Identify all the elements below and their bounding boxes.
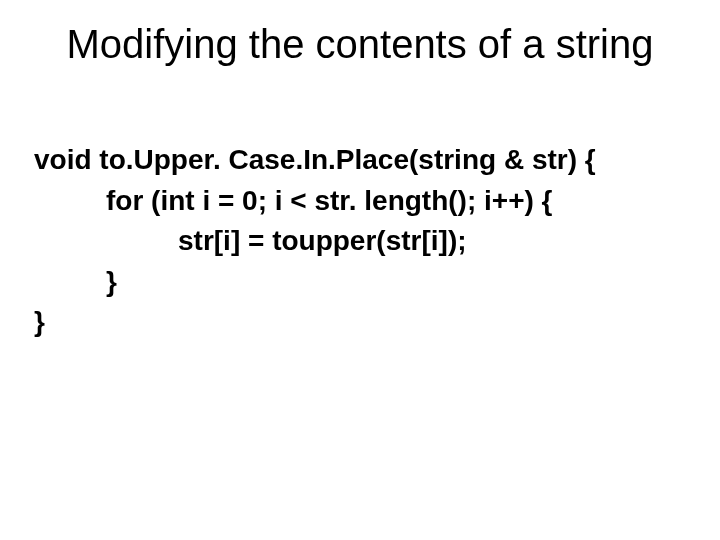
slide-title: Modifying the contents of a string xyxy=(0,22,720,67)
code-line-4: } xyxy=(34,262,686,303)
code-line-3: str[i] = toupper(str[i]); xyxy=(34,221,686,262)
code-line-5: } xyxy=(34,302,686,343)
code-line-1: void to.Upper. Case.In.Place(string & st… xyxy=(34,140,686,181)
code-block: void to.Upper. Case.In.Place(string & st… xyxy=(34,140,686,343)
slide: Modifying the contents of a string void … xyxy=(0,0,720,540)
code-line-2: for (int i = 0; i < str. length(); i++) … xyxy=(34,181,686,222)
